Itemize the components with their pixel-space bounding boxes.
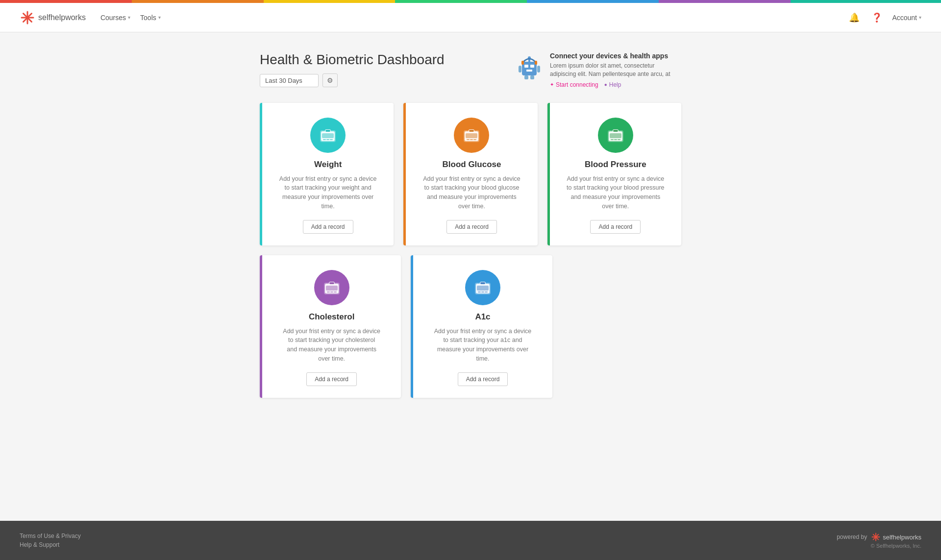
cards-grid: Weight Add your frist entry or sync a de… bbox=[260, 103, 681, 398]
svg-rect-31 bbox=[473, 139, 476, 140]
empty-card-placeholder bbox=[562, 255, 681, 398]
help-connect-link[interactable]: ● Help bbox=[604, 81, 621, 88]
svg-rect-51 bbox=[480, 282, 485, 284]
connect-title: Connect your devices & health apps bbox=[550, 52, 681, 60]
nav-tools[interactable]: Tools ▾ bbox=[140, 14, 161, 22]
page-header: Health & Biometric Dashboard Last 30 Day… bbox=[260, 52, 681, 88]
footer-brand: selfhelpworks bbox=[871, 532, 921, 542]
glucose-scale-icon bbox=[462, 125, 481, 145]
cholesterol-scale-icon bbox=[322, 278, 342, 297]
brand-name: selfhelpworks bbox=[38, 13, 86, 22]
svg-rect-21 bbox=[323, 139, 326, 140]
connect-panel: Connect your devices & health apps Lorem… bbox=[515, 52, 681, 88]
glucose-desc: Add your frist entry or sync a device to… bbox=[422, 174, 520, 211]
svg-rect-52 bbox=[477, 286, 489, 291]
cholesterol-desc: Add your frist entry or sync a device to… bbox=[283, 327, 381, 364]
help-connect-label: Help bbox=[609, 81, 621, 88]
a1c-scale-icon bbox=[473, 278, 493, 297]
footer: Terms of Use & Privacy Help & Support po… bbox=[0, 521, 941, 560]
connect-description: Lorem ipsum dolor sit amet, consectetur … bbox=[550, 62, 681, 78]
svg-rect-29 bbox=[467, 139, 470, 140]
main-content: Health & Biometric Dashboard Last 30 Day… bbox=[250, 52, 691, 398]
glucose-name: Blood Glucose bbox=[443, 160, 501, 170]
account-button[interactable]: Account ▾ bbox=[892, 14, 921, 22]
settings-button[interactable]: ⚙ bbox=[322, 73, 338, 87]
svg-rect-7 bbox=[526, 70, 532, 72]
page-title-section: Health & Biometric Dashboard Last 30 Day… bbox=[260, 52, 445, 87]
metric-card-weight: Weight Add your frist entry or sync a de… bbox=[260, 103, 394, 245]
svg-rect-15 bbox=[535, 61, 537, 65]
pressure-add-record-button[interactable]: Add a record bbox=[590, 220, 641, 234]
glucose-add-record-button[interactable]: Add a record bbox=[446, 220, 497, 234]
footer-left: Terms of Use & Privacy Help & Support bbox=[20, 533, 81, 548]
svg-rect-11 bbox=[537, 66, 540, 73]
pressure-name: Blood Pressure bbox=[585, 160, 646, 170]
start-connecting-label: Start connecting bbox=[556, 81, 598, 88]
chevron-down-icon: ▾ bbox=[128, 15, 130, 20]
help-button[interactable]: ❓ bbox=[869, 10, 884, 25]
svg-rect-46 bbox=[330, 292, 333, 292]
nav-links: Courses ▾ Tools ▾ bbox=[100, 14, 847, 22]
svg-rect-38 bbox=[614, 139, 617, 140]
svg-rect-44 bbox=[326, 286, 338, 291]
svg-rect-37 bbox=[611, 139, 614, 140]
cholesterol-icon-circle bbox=[314, 270, 349, 305]
powered-by-label: powered by bbox=[837, 534, 867, 540]
cards-row-1: Weight Add your frist entry or sync a de… bbox=[260, 103, 681, 245]
glucose-icon-circle bbox=[454, 118, 489, 153]
svg-rect-10 bbox=[519, 66, 521, 73]
nav-right: 🔔 ❓ Account ▾ bbox=[847, 10, 921, 25]
svg-rect-13 bbox=[530, 75, 534, 79]
date-filter: Last 30 Days Last 7 Days Last 90 Days La… bbox=[260, 73, 445, 87]
connect-text: Connect your devices & health apps Lorem… bbox=[550, 52, 681, 88]
svg-rect-39 bbox=[618, 139, 620, 140]
svg-rect-28 bbox=[466, 133, 477, 138]
connect-links: ✦ Start connecting ● Help bbox=[550, 81, 681, 88]
svg-rect-55 bbox=[485, 292, 488, 292]
nav-courses[interactable]: Courses ▾ bbox=[100, 14, 130, 22]
main-wrapper: Health & Biometric Dashboard Last 30 Day… bbox=[0, 32, 941, 521]
svg-rect-54 bbox=[481, 292, 484, 292]
pressure-scale-icon bbox=[606, 125, 625, 145]
svg-rect-14 bbox=[521, 61, 524, 65]
a1c-add-record-button[interactable]: Add a record bbox=[458, 372, 508, 386]
notifications-button[interactable]: 🔔 bbox=[847, 10, 862, 25]
pressure-icon-circle bbox=[598, 118, 633, 153]
footer-brand-icon bbox=[871, 532, 881, 542]
cholesterol-name: Cholesterol bbox=[309, 312, 355, 322]
cholesterol-add-record-button[interactable]: Add a record bbox=[306, 372, 357, 386]
date-range-select[interactable]: Last 30 Days Last 7 Days Last 90 Days La… bbox=[260, 74, 319, 87]
weight-desc: Add your frist entry or sync a device to… bbox=[279, 174, 377, 211]
metric-card-glucose: Blood Glucose Add your frist entry or sy… bbox=[403, 103, 537, 245]
svg-rect-20 bbox=[322, 133, 334, 138]
chevron-down-icon: ▾ bbox=[919, 15, 921, 20]
svg-rect-45 bbox=[327, 292, 330, 292]
footer-right: powered by selfhelpworks © Selfhelpworks… bbox=[837, 532, 921, 549]
brand-logo[interactable]: selfhelpworks bbox=[20, 10, 86, 25]
svg-rect-12 bbox=[524, 75, 528, 79]
connect-robot-icon bbox=[515, 52, 544, 81]
page-title: Health & Biometric Dashboard bbox=[260, 52, 445, 68]
svg-rect-36 bbox=[610, 133, 621, 138]
pressure-desc: Add your frist entry or sync a device to… bbox=[567, 174, 665, 211]
a1c-icon-circle bbox=[465, 270, 500, 305]
brand-icon bbox=[20, 10, 35, 25]
svg-rect-35 bbox=[613, 130, 618, 132]
chevron-down-icon: ▾ bbox=[158, 15, 161, 20]
weight-add-record-button[interactable]: Add a record bbox=[303, 220, 353, 234]
metric-card-pressure: Blood Pressure Add your frist entry or s… bbox=[547, 103, 681, 245]
start-connecting-link[interactable]: ✦ Start connecting bbox=[550, 81, 598, 88]
svg-rect-43 bbox=[329, 282, 334, 284]
account-label: Account bbox=[892, 14, 917, 22]
footer-powered: powered by selfhelpworks bbox=[837, 532, 921, 542]
svg-rect-53 bbox=[478, 292, 481, 292]
help-support-link[interactable]: Help & Support bbox=[20, 541, 81, 548]
svg-rect-19 bbox=[325, 130, 330, 132]
svg-rect-4 bbox=[522, 62, 537, 75]
svg-rect-47 bbox=[334, 292, 337, 292]
svg-rect-5 bbox=[524, 65, 528, 68]
metric-card-cholesterol: Cholesterol Add your frist entry or sync… bbox=[260, 255, 401, 398]
terms-link[interactable]: Terms of Use & Privacy bbox=[20, 533, 81, 539]
svg-rect-6 bbox=[530, 65, 534, 68]
footer-copyright: © Selfhelpworks, Inc. bbox=[871, 543, 921, 549]
